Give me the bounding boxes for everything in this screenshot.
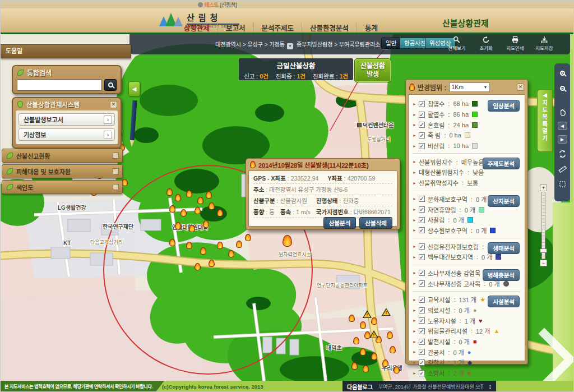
breadcrumb-region[interactable]: 대전광역시 > 유성구 > 가정동▼: [215, 40, 293, 49]
fire-marker-icon[interactable]: [245, 234, 251, 241]
reset-button[interactable]: 초기화: [473, 36, 499, 51]
item-checkbox[interactable]: ✓: [419, 328, 425, 334]
close-icon[interactable]: ✕: [517, 84, 524, 91]
map-save-button[interactable]: 지도저장: [531, 36, 558, 51]
hazard-warning-icon[interactable]: !: [369, 330, 378, 338]
fire-marker-icon[interactable]: [360, 321, 366, 329]
map-canvas[interactable]: 덕컨벤션타운 도룡삼거리 LG생활건강 한국연구재단 KT 다음고개삼거리 연합…: [1, 34, 574, 381]
blog-label[interactable]: 다음블로그: [347, 382, 373, 391]
panel-fire-reports[interactable]: 산불신고현황: [2, 149, 123, 163]
fire-marker-icon[interactable]: [217, 209, 223, 216]
fire-marker-icon[interactable]: [228, 250, 234, 257]
fire-marker-icon[interactable]: [209, 202, 215, 210]
nav-statistics[interactable]: 통계: [357, 22, 386, 33]
nav-report[interactable]: 보고서: [218, 22, 254, 33]
item-checkbox[interactable]: ✓: [419, 132, 425, 139]
item-checkbox[interactable]: ✓: [419, 143, 425, 149]
item-checkbox[interactable]: ✓: [419, 112, 425, 118]
fire-marker-icon[interactable]: [371, 317, 377, 325]
fire-marker-icon[interactable]: [203, 220, 209, 228]
search-input[interactable]: [17, 79, 102, 91]
panel-index-map[interactable]: 색인도: [2, 180, 123, 194]
item-checkbox[interactable]: ✓: [419, 227, 425, 233]
breadcrumb-office[interactable]: 중부지방산림청 > 부여국유림관리소▼: [297, 40, 388, 49]
help-tab[interactable]: 도움말: [1, 44, 131, 58]
ecology-analysis-button[interactable]: 생태분석: [488, 242, 520, 254]
fire-marker-icon[interactable]: [186, 242, 192, 249]
item-checkbox[interactable]: ✓: [419, 370, 425, 376]
map-list-tab[interactable]: ◀ 지도목록열기: [537, 89, 553, 152]
fire-marker-icon[interactable]: [175, 222, 181, 229]
blog-ticker[interactable]: 부여군. 2014년 가을철 산불전문예방진화대원 모집...: [378, 383, 483, 390]
fire-origin-icon[interactable]: [283, 235, 292, 247]
zoom-slider-plus[interactable]: +: [540, 185, 547, 191]
fire-marker-icon[interactable]: [349, 315, 355, 322]
item-checkbox[interactable]: ✓: [419, 339, 425, 345]
zoom-slider-handle[interactable]: [540, 248, 547, 253]
item-checkbox[interactable]: ✓: [419, 206, 425, 213]
fire-marker-icon[interactable]: [353, 337, 359, 344]
thememap-analysis-button[interactable]: 주제도분석: [483, 158, 520, 169]
refresh-map-button[interactable]: [557, 149, 568, 159]
menu-weather-info[interactable]: 기상정보 ›: [18, 128, 115, 141]
fire-marker-icon[interactable]: [180, 209, 187, 216]
menu-fire-report[interactable]: 산불발생보고서 ›: [18, 113, 115, 126]
expand-box[interactable]: [113, 153, 119, 159]
fire-marker-icon[interactable]: [186, 190, 192, 197]
nav-situation-control[interactable]: 상황관제: [176, 22, 218, 33]
nav-analysis-thememap[interactable]: 분석주제도: [254, 22, 303, 33]
expand-box[interactable]: [113, 184, 119, 190]
measure-area-button[interactable]: [557, 179, 568, 189]
radius-select[interactable]: 1Km▼: [450, 82, 490, 92]
item-checkbox[interactable]: ✓: [419, 317, 425, 324]
fire-marker-icon[interactable]: [363, 365, 369, 372]
item-checkbox[interactable]: ✓: [419, 307, 425, 313]
item-checkbox[interactable]: ✓: [419, 196, 425, 202]
item-checkbox[interactable]: ✓: [419, 280, 425, 287]
fire-marker-icon[interactable]: [394, 366, 400, 373]
fire-marker-icon[interactable]: [360, 348, 366, 356]
pest-analysis-button[interactable]: 병해충분석: [483, 269, 520, 281]
item-checkbox[interactable]: ✓: [419, 217, 425, 223]
fire-marker-icon[interactable]: [169, 205, 175, 213]
zoom-in-button[interactable]: +: [557, 68, 568, 78]
fire-marker-icon[interactable]: [197, 197, 203, 204]
forest-analysis-button[interactable]: 임상분석: [488, 100, 520, 112]
item-checkbox[interactable]: ✓: [419, 297, 425, 303]
fire-marker-icon[interactable]: [206, 191, 212, 199]
view-mode-normal[interactable]: 일반: [381, 38, 401, 49]
fire-marker-icon[interactable]: [371, 353, 377, 360]
item-checkbox[interactable]: ✓: [419, 270, 425, 276]
item-checkbox[interactable]: ✓: [419, 122, 425, 128]
item-checkbox[interactable]: ✓: [419, 254, 425, 260]
fire-marker-icon[interactable]: [217, 242, 223, 249]
sidebar-collapse-tab[interactable]: ◀: [128, 81, 140, 96]
close-icon[interactable]: ✕: [110, 101, 117, 108]
fire-delete-button[interactable]: 산불삭제: [359, 217, 392, 229]
fire-marker-icon[interactable]: [175, 194, 181, 201]
item-checkbox[interactable]: ✓: [419, 243, 425, 250]
zoom-slider-minus[interactable]: −: [540, 260, 547, 266]
panel-damage-response[interactable]: 피해대응 및 보호자원: [2, 164, 123, 178]
search-button[interactable]: [104, 79, 117, 91]
item-checkbox[interactable]: ✓: [419, 101, 425, 107]
map-print-button[interactable]: 지도인쇄: [502, 36, 529, 51]
fire-marker-icon[interactable]: [195, 207, 201, 214]
fire-marker-icon[interactable]: [236, 241, 242, 248]
ticker-arrows[interactable]: ▲▼: [489, 384, 492, 390]
hazard-warning-icon[interactable]: !: [382, 308, 391, 316]
expand-box[interactable]: [113, 168, 119, 174]
mountain-analysis-button[interactable]: 산지분석: [488, 195, 520, 207]
nav-fire-env-analysis[interactable]: 산불환경분석: [302, 22, 357, 33]
item-checkbox[interactable]: ✓: [419, 359, 425, 366]
fire-marker-icon[interactable]: [390, 346, 396, 353]
fire-marker-icon[interactable]: [351, 362, 358, 370]
pan-hand-button[interactable]: [557, 107, 568, 117]
history-forward-button[interactable]: ►: [558, 135, 567, 144]
hazard-warning-icon[interactable]: !: [363, 310, 372, 318]
fire-marker-icon[interactable]: [387, 331, 393, 339]
fire-marker-icon[interactable]: [195, 263, 201, 270]
fire-marker-icon[interactable]: [382, 359, 388, 367]
item-checkbox[interactable]: ✓: [419, 349, 425, 355]
facility-analysis-button[interactable]: 시설분석: [488, 296, 520, 307]
